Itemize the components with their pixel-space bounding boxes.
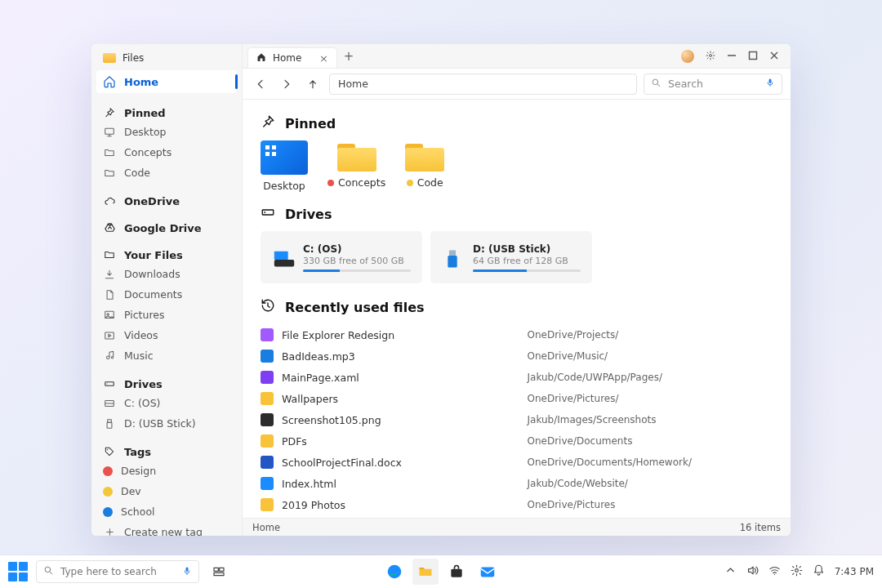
settings-icon[interactable] xyxy=(791,564,803,579)
file-icon xyxy=(261,434,274,448)
pinned-item-concepts[interactable]: Concepts xyxy=(327,140,385,192)
svg-point-6 xyxy=(107,383,108,384)
svg-point-4 xyxy=(111,356,113,358)
recent-row[interactable]: BadIdeas.mp3OneDrive/Music/ xyxy=(261,345,773,367)
file-icon xyxy=(261,413,274,426)
recent-row[interactable]: SchoolProjectFinal.docxOneDrive/Document… xyxy=(261,452,773,473)
forward-button[interactable] xyxy=(277,74,296,94)
sidebar-downloads[interactable]: Downloads xyxy=(91,264,242,284)
svg-rect-0 xyxy=(105,128,114,134)
recent-row[interactable]: WallpapersOneDrive/Pictures/ xyxy=(261,388,773,409)
address-text: Home xyxy=(338,78,368,90)
address-bar[interactable]: Home xyxy=(329,74,637,95)
svg-rect-20 xyxy=(448,256,457,268)
drive-card-c[interactable]: C: (OS) 330 GB free of 500 GB xyxy=(261,231,422,283)
files-window: Files Home Pinned Desktop Concepts Code xyxy=(91,44,791,536)
pinned-item-code[interactable]: Code xyxy=(405,140,444,192)
sidebar-home[interactable]: Home xyxy=(96,70,237,93)
file-icon xyxy=(261,371,274,384)
avatar[interactable] xyxy=(681,50,694,63)
sidebar-tags-header[interactable]: Tags xyxy=(91,434,242,461)
pinned-item-desktop[interactable]: Desktop xyxy=(261,140,308,192)
videos-icon xyxy=(103,329,116,342)
recent-name: MainPage.xaml xyxy=(282,372,528,384)
folder-icon xyxy=(103,167,116,180)
sidebar-tag-school[interactable]: School xyxy=(91,501,242,522)
drive-card-d[interactable]: D: (USB Stick) 64 GB free of 128 GB xyxy=(430,231,592,283)
tab-label: Home xyxy=(273,52,301,64)
recent-path: OneDrive/Documents/Homework/ xyxy=(528,457,773,468)
recent-name: Index.html xyxy=(282,478,528,490)
pin-icon xyxy=(103,106,116,119)
mic-icon[interactable] xyxy=(765,78,775,90)
pinned-row: Desktop Concepts Code xyxy=(261,140,773,192)
wifi-icon[interactable] xyxy=(768,564,781,579)
sidebar-tag-design[interactable]: Design xyxy=(91,461,242,481)
files-app-icon xyxy=(103,53,116,63)
back-button[interactable] xyxy=(251,74,270,94)
sidebar-documents[interactable]: Documents xyxy=(91,284,242,305)
volume-icon[interactable] xyxy=(746,564,759,579)
minimize-button[interactable] xyxy=(727,48,737,64)
taskbar-app-files[interactable] xyxy=(412,559,439,585)
notification-icon[interactable] xyxy=(813,564,825,579)
svg-rect-12 xyxy=(750,52,757,60)
maximize-button[interactable] xyxy=(748,48,758,64)
search-box[interactable]: Search xyxy=(644,74,782,95)
close-button[interactable] xyxy=(769,48,779,64)
new-tab-button[interactable]: + xyxy=(337,44,360,68)
taskbar-app-mail[interactable] xyxy=(474,559,501,585)
mic-icon[interactable] xyxy=(182,566,192,578)
svg-rect-22 xyxy=(186,567,189,572)
clock[interactable]: 7:43 PM xyxy=(835,566,874,577)
sidebar-drive-d[interactable]: D: (USB Stick) xyxy=(91,413,242,434)
settings-button[interactable] xyxy=(706,48,715,64)
sidebar-drives-header[interactable]: Drives xyxy=(91,366,242,393)
gdrive-icon xyxy=(103,221,116,234)
up-button[interactable] xyxy=(303,74,323,94)
drive-free: 330 GB free of 500 GB xyxy=(303,256,411,266)
sidebar-pinned-header[interactable]: Pinned xyxy=(91,95,242,122)
sidebar-music[interactable]: Music xyxy=(91,345,242,366)
home-icon xyxy=(256,52,266,65)
sidebar-yourfiles-header[interactable]: Your Files xyxy=(91,237,242,264)
tab-close-button[interactable]: × xyxy=(319,52,328,65)
sidebar-pinned-code[interactable]: Code xyxy=(91,163,242,183)
sidebar-home-label: Home xyxy=(124,76,158,88)
sidebar-onedrive[interactable]: OneDrive xyxy=(91,183,242,210)
tray-chevron-icon[interactable] xyxy=(724,564,737,579)
statusbar: Home 16 items xyxy=(243,518,791,536)
sidebar-pictures[interactable]: Pictures xyxy=(91,305,242,325)
sidebar-gdrive[interactable]: Google Drive xyxy=(91,210,242,237)
recent-path: OneDrive/Projects/ xyxy=(528,329,773,341)
recent-row[interactable]: PDFsOneDrive/Documents xyxy=(261,430,773,452)
recent-row[interactable]: Screenshot105.pngJakub/Images/Screenshot… xyxy=(261,409,773,430)
drive-bar xyxy=(473,270,581,272)
taskbar-app-store[interactable] xyxy=(443,559,470,585)
file-icon xyxy=(261,477,274,490)
file-icon xyxy=(261,456,274,469)
recent-row[interactable]: Index.htmlJakub/Code/Website/ xyxy=(261,473,773,494)
sidebar-tag-dev[interactable]: Dev xyxy=(91,481,242,501)
start-button[interactable] xyxy=(8,562,28,581)
taskbar-search[interactable]: Type here to search xyxy=(36,560,199,583)
tag-dot xyxy=(103,466,113,476)
tag-dot xyxy=(327,180,334,186)
sidebar-pinned-desktop[interactable]: Desktop xyxy=(91,122,242,142)
recent-row[interactable]: File Explorer RedesignOneDrive/Projects/ xyxy=(261,324,773,345)
sidebar-drive-c[interactable]: C: (OS) xyxy=(91,393,242,413)
task-view-button[interactable] xyxy=(207,560,230,583)
svg-rect-3 xyxy=(105,332,114,338)
sidebar-videos[interactable]: Videos xyxy=(91,325,242,345)
sidebar-pinned-concepts[interactable]: Concepts xyxy=(91,142,242,163)
taskbar-app-edge[interactable] xyxy=(381,559,408,585)
recent-row[interactable]: 2019 PhotosOneDrive/Pictures xyxy=(261,494,773,515)
app-title: Files xyxy=(91,44,242,69)
folder-icon xyxy=(103,146,116,159)
tab-home[interactable]: Home × xyxy=(247,47,337,68)
sidebar-create-tag[interactable]: Create new tag xyxy=(91,522,242,536)
content-area: Pinned Desktop Concepts Code D xyxy=(243,100,791,518)
svg-rect-15 xyxy=(262,210,274,215)
recent-row[interactable]: MainPage.xamlJakub/Code/UWPApp/Pages/ xyxy=(261,367,773,388)
folder-icon xyxy=(103,248,116,261)
